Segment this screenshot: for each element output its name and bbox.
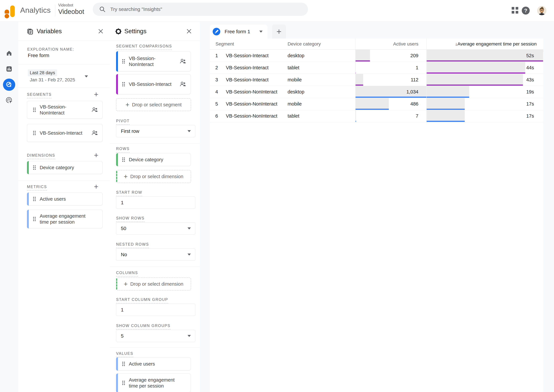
comparison-chip-interact[interactable]: VB-Session-Interact: [116, 74, 191, 94]
google-apps-grid-icon[interactable]: [512, 7, 518, 14]
column-header-avg-engagement[interactable]: ↓Average engagement time per session: [426, 39, 543, 49]
table-row[interactable]: 6VB-Session-NonInteracttablet717s: [210, 110, 543, 122]
settings-close-icon[interactable]: [186, 28, 192, 34]
table-row[interactable]: 1VB-Session-Interactdesktop20952s: [210, 50, 543, 62]
table-row[interactable]: 3VB-Session-Interactmobile11243s: [210, 74, 543, 86]
search-placeholder: Try searching "Insights": [110, 7, 162, 12]
active-users-cell-value: 486: [410, 98, 418, 110]
table-row[interactable]: 4VB-Session-NonInteractdesktop1,03419s: [210, 86, 543, 98]
drop-or-select-dimension-area[interactable]: + Drop or select dimension: [116, 170, 191, 183]
search-input[interactable]: Try searching "Insights": [93, 3, 308, 16]
drop-dimension-text: Drop or select dimension: [130, 174, 183, 179]
metric-accent: [27, 210, 29, 228]
add-segment-button[interactable]: +: [94, 91, 98, 98]
row-index-cell-value: 3: [215, 74, 218, 86]
show-column-groups-value: 5: [121, 333, 124, 339]
help-icon[interactable]: ?: [522, 7, 530, 14]
segment-cell: VB-Session-NonInteract: [226, 98, 288, 110]
explore-icon-active[interactable]: [3, 78, 15, 91]
device-category-cell-value: desktop: [288, 86, 305, 98]
engagement-time-cell-value: 19s: [526, 86, 534, 98]
table-row[interactable]: 5VB-Session-NonInteractmobile48617s: [210, 98, 543, 110]
date-range-caret-icon[interactable]: [85, 75, 88, 77]
value-bar-underline: [427, 109, 465, 110]
active-users-cell: 486: [355, 98, 426, 110]
variables-close-icon[interactable]: [98, 28, 104, 34]
logo-bar-mid: [5, 10, 9, 14]
segment-cell: VB-Session-NonInteract: [226, 86, 288, 98]
drag-handle-icon[interactable]: [122, 157, 125, 162]
active-users-cell-value: 209: [410, 50, 418, 62]
drop-or-select-segment-area[interactable]: + Drop or select segment: [116, 98, 191, 111]
pivot-value: First row: [121, 128, 139, 134]
people-icon: [91, 106, 98, 113]
segment-chip-nonInteract[interactable]: VB-Session-NonInteract: [27, 101, 103, 119]
column-header-segment[interactable]: Segment: [210, 39, 288, 49]
segment-cell-value: VB-Session-Interact: [226, 50, 269, 62]
drop-or-select-column-dimension-area[interactable]: + Drop or select dimension: [116, 278, 191, 290]
active-users-cell: 112: [355, 74, 426, 86]
tab-free-form-1[interactable]: Free form 1: [210, 24, 268, 39]
value-bar-underline: [356, 60, 370, 62]
drag-handle-icon[interactable]: [33, 131, 36, 135]
advertising-icon[interactable]: [6, 97, 13, 104]
start-column-group-input[interactable]: 1: [116, 304, 195, 316]
metric-chip-avg-engagement[interactable]: Average engagement time per session: [27, 210, 103, 228]
segment-cell-value: VB-Session-NonInteract: [226, 98, 277, 110]
metric-accent: [27, 193, 29, 206]
drag-handle-icon[interactable]: [122, 380, 125, 385]
column-header-active-users[interactable]: Active users: [355, 39, 426, 49]
pivot-select[interactable]: First row: [116, 125, 195, 137]
value-chip-active-users[interactable]: Active users: [116, 357, 191, 371]
value-bar-underline: [427, 121, 465, 122]
drag-handle-icon[interactable]: [33, 217, 36, 222]
pencil-icon: [213, 28, 220, 35]
google-analytics-logo-icon[interactable]: [5, 5, 15, 17]
add-dimension-button[interactable]: +: [94, 152, 98, 158]
rows-dimension-chip[interactable]: Device category: [116, 153, 191, 166]
drag-handle-icon[interactable]: [33, 165, 36, 170]
segment-chip-label: VB-Session-Interact: [40, 130, 82, 136]
drag-handle-icon[interactable]: [33, 196, 36, 202]
table-row[interactable]: 2VB-Session-Interacttablet144s: [210, 62, 543, 74]
metrics-section-label: METRICS: [27, 185, 47, 190]
metric-chip-active-users[interactable]: Active users: [27, 193, 103, 205]
show-column-groups-select[interactable]: 5: [116, 330, 195, 342]
segments-section-label: SEGMENTS: [27, 92, 52, 98]
drag-handle-icon[interactable]: [122, 361, 125, 366]
segment-cell-value: VB-Session-Interact: [226, 62, 269, 74]
date-preset: Last 28 days: [28, 70, 57, 76]
nested-rows-label: NESTED ROWS: [116, 242, 149, 248]
segment-chip-interact[interactable]: VB-Session-Interact: [27, 124, 103, 142]
divider: [18, 181, 110, 181]
metric-chip-label: Active users: [40, 196, 66, 202]
column-header-device-category[interactable]: Device category: [288, 39, 355, 49]
start-column-group-value: 1: [121, 307, 124, 313]
value-bar-underline: [427, 60, 543, 62]
account-name: Videobot: [58, 3, 73, 7]
date-range-selector[interactable]: Last 28 days Jan 31 - Feb 27, 2025: [28, 70, 75, 83]
nested-rows-select[interactable]: No: [116, 248, 195, 261]
value-chip-label: Active users: [129, 361, 155, 367]
property-selector[interactable]: Videobot: [58, 8, 84, 15]
exploration-name-input[interactable]: Free form: [28, 53, 49, 58]
value-chip-avg-engagement[interactable]: Average engagement time per session: [116, 373, 191, 392]
comparison-chip-nonInteract[interactable]: VB-Session-NonInteract: [116, 51, 191, 71]
drag-handle-icon[interactable]: [33, 107, 36, 112]
add-metric-button[interactable]: +: [94, 183, 98, 190]
reports-icon[interactable]: [6, 65, 13, 73]
value-bar: [427, 98, 465, 109]
device-category-cell: mobile: [288, 74, 355, 86]
tab-menu-caret-icon[interactable]: [259, 31, 263, 33]
drag-handle-icon[interactable]: [122, 59, 125, 64]
start-row-input[interactable]: 1: [116, 196, 195, 209]
home-icon[interactable]: [6, 49, 13, 57]
dimension-chip-device-category[interactable]: Device category: [27, 161, 103, 174]
segment-cell: VB-Session-Interact: [226, 62, 288, 74]
drag-handle-icon[interactable]: [122, 82, 125, 87]
show-rows-select[interactable]: 50: [116, 222, 195, 235]
user-avatar[interactable]: [537, 6, 546, 15]
device-category-cell: desktop: [288, 50, 355, 62]
start-row-value: 1: [121, 200, 124, 205]
add-tab-button[interactable]: +: [272, 24, 286, 39]
